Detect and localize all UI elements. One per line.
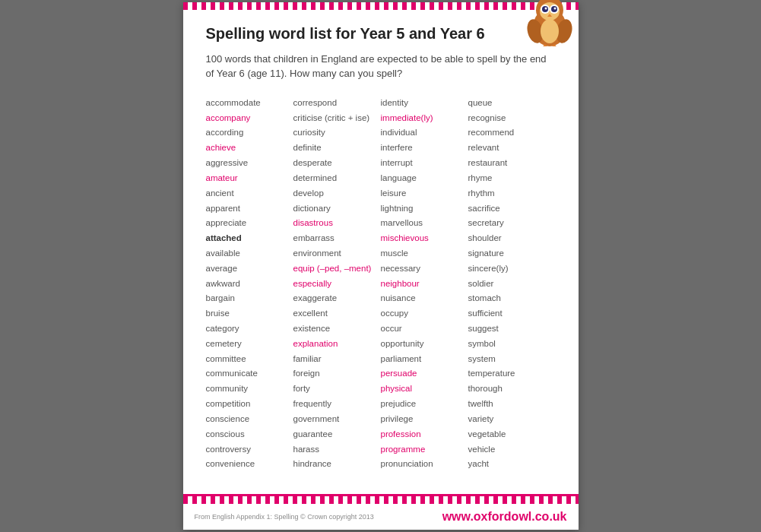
word-item: cemetery	[206, 337, 293, 351]
word-item: equip (–ped, –ment)	[293, 262, 381, 276]
word-item: secretary	[468, 217, 556, 230]
word-item: language	[381, 172, 468, 185]
word-item: vehicle	[468, 443, 556, 457]
word-item: nuisance	[381, 292, 468, 306]
word-item: conscience	[206, 413, 293, 426]
word-item: opportunity	[381, 337, 468, 351]
word-item: sincere(ly)	[468, 262, 556, 276]
word-item: temperature	[468, 367, 556, 381]
word-item: average	[206, 262, 293, 276]
word-item: pronunciation	[381, 458, 468, 471]
page-title: Spelling word list for Year 5 and Year 6	[206, 25, 556, 43]
word-item: suggest	[468, 322, 556, 336]
word-item: system	[468, 353, 556, 366]
word-col-4: queuerecogniserecommendrelevantrestauran…	[468, 97, 556, 471]
word-item: yacht	[468, 458, 556, 471]
word-item: muscle	[381, 247, 468, 261]
word-item: recommend	[468, 126, 556, 140]
word-item: identity	[381, 97, 468, 110]
bottom-section: From English Appendix 1: Spelling © Crow…	[183, 494, 579, 530]
word-item: attached	[206, 232, 293, 245]
word-item: bargain	[206, 292, 293, 306]
word-item: according	[206, 126, 293, 140]
page-subtitle: 100 words that children in England are e…	[206, 52, 556, 81]
bottom-bar: From English Appendix 1: Spelling © Crow…	[183, 504, 579, 530]
word-item: leisure	[381, 187, 468, 201]
word-item: stomach	[468, 292, 556, 306]
word-item: guarantee	[293, 428, 381, 442]
word-item: embarrass	[293, 232, 381, 245]
word-item: excellent	[293, 307, 381, 321]
word-item: thorough	[468, 382, 556, 396]
word-item: exaggerate	[293, 292, 381, 306]
word-item: bruise	[206, 307, 293, 321]
word-item: appreciate	[206, 217, 293, 230]
word-columns: accommodateaccompanyaccordingachieveaggr…	[206, 97, 556, 471]
word-item: disastrous	[293, 217, 381, 230]
bottom-border-dots	[183, 496, 579, 504]
website-url: www.oxfordowl.co.uk	[442, 510, 567, 524]
word-item: sacrifice	[468, 202, 556, 216]
word-item: awkward	[206, 277, 293, 291]
word-item: soldier	[468, 277, 556, 291]
word-item: controversy	[206, 443, 293, 457]
word-item: interfere	[381, 141, 468, 155]
word-item: twelfth	[468, 397, 556, 411]
word-item: frequently	[293, 397, 381, 411]
word-item: definite	[293, 141, 381, 155]
word-item: determined	[293, 172, 381, 185]
word-item: physical	[381, 382, 468, 396]
copyright-text: From English Appendix 1: Spelling © Crow…	[195, 513, 374, 521]
word-item: ancient	[206, 187, 293, 201]
word-item: marvellous	[381, 217, 468, 230]
word-item: aggressive	[206, 157, 293, 170]
word-item: competition	[206, 397, 293, 411]
word-item: dictionary	[293, 202, 381, 216]
word-item: mischievous	[381, 232, 468, 245]
svg-point-10	[553, 7, 556, 9]
word-col-3: identityimmediate(ly)individualinterfere…	[381, 97, 468, 471]
word-item: variety	[468, 413, 556, 426]
word-item: forty	[293, 382, 381, 396]
word-item: recognise	[468, 112, 556, 125]
word-item: occupy	[381, 307, 468, 321]
word-item: individual	[381, 126, 468, 140]
word-item: sufficient	[468, 307, 556, 321]
word-item: correspond	[293, 97, 381, 110]
word-item: government	[293, 413, 381, 426]
word-item: harass	[293, 443, 381, 457]
word-item: occur	[381, 322, 468, 336]
word-item: hindrance	[293, 458, 381, 471]
word-item: existence	[293, 322, 381, 336]
word-item: neighbour	[381, 277, 468, 291]
word-item: achieve	[206, 141, 293, 155]
word-item: committee	[206, 353, 293, 366]
word-col-1: accommodateaccompanyaccordingachieveaggr…	[206, 97, 293, 471]
word-item: foreign	[293, 367, 381, 381]
word-item: convenience	[206, 458, 293, 471]
content-area: Spelling word list for Year 5 and Year 6…	[183, 10, 579, 490]
word-item: available	[206, 247, 293, 261]
word-item: interrupt	[381, 157, 468, 170]
word-item: desperate	[293, 157, 381, 170]
word-item: conscious	[206, 428, 293, 442]
page-container: Spelling word list for Year 5 and Year 6…	[183, 2, 579, 530]
word-item: restaurant	[468, 157, 556, 170]
word-item: privilege	[381, 413, 468, 426]
word-item: category	[206, 322, 293, 336]
svg-point-9	[544, 7, 547, 9]
word-item: communicate	[206, 367, 293, 381]
word-item: environment	[293, 247, 381, 261]
word-item: queue	[468, 97, 556, 110]
word-item: signature	[468, 247, 556, 261]
word-item: curiosity	[293, 126, 381, 140]
word-item: parliament	[381, 353, 468, 366]
word-item: shoulder	[468, 232, 556, 245]
word-item: programme	[381, 443, 468, 457]
word-item: profession	[381, 428, 468, 442]
word-col-2: correspondcriticise (critic + ise)curios…	[293, 97, 381, 471]
word-item: prejudice	[381, 397, 468, 411]
word-item: explanation	[293, 337, 381, 351]
word-item: persuade	[381, 367, 468, 381]
word-item: lightning	[381, 202, 468, 216]
